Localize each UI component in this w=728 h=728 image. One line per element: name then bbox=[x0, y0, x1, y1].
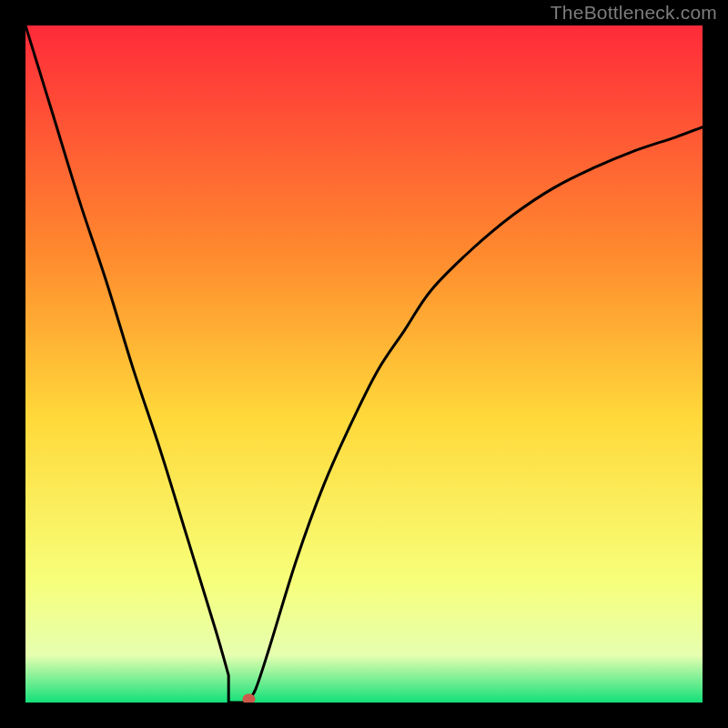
bottleneck-chart bbox=[25, 25, 703, 703]
chart-frame: TheBottleneck.com bbox=[0, 0, 728, 728]
plot-area bbox=[25, 25, 703, 703]
watermark-text: TheBottleneck.com bbox=[551, 2, 717, 24]
gradient-background bbox=[25, 25, 703, 703]
